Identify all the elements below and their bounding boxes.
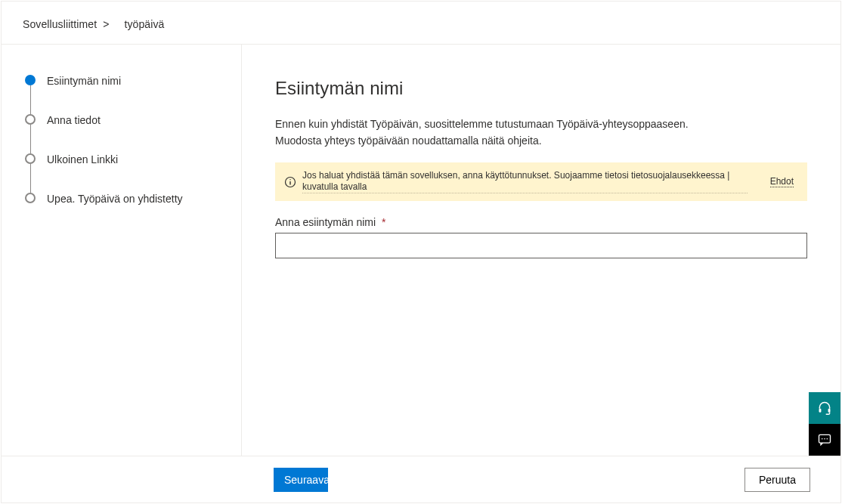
- next-button[interactable]: Seuraava: [274, 468, 328, 492]
- breadcrumb-current: työpäivä: [124, 18, 164, 30]
- step-circle-icon: [25, 193, 36, 203]
- step-circle-icon: [25, 75, 36, 85]
- svg-point-8: [827, 438, 828, 440]
- description-line-2: Muodosta yhteys työpäivään noudattamalla…: [275, 132, 807, 149]
- step-label: Upea. Työpäivä on yhdistetty: [47, 193, 183, 205]
- breadcrumb-separator: >: [103, 18, 109, 30]
- step-connector: [30, 164, 31, 193]
- svg-point-6: [822, 438, 823, 440]
- svg-point-7: [824, 438, 825, 440]
- info-icon: [284, 176, 296, 188]
- instance-name-input[interactable]: [275, 233, 807, 258]
- notice-text: Jos haluat yhdistää tämän sovelluksen, a…: [302, 170, 748, 193]
- step-label: Anna tiedot: [47, 114, 101, 126]
- step-external-link[interactable]: Ulkoinen Linkki: [24, 153, 224, 193]
- required-asterisk: *: [382, 216, 385, 228]
- wizard-steps-sidebar: Esiintymän nimi Anna tiedot Ulkoinen Lin…: [2, 45, 242, 502]
- step-enter-details[interactable]: Anna tiedot: [24, 114, 224, 153]
- svg-point-2: [289, 179, 290, 180]
- description-line-1: Ennen kuin yhdistät Työpäivän, suosittel…: [275, 116, 807, 132]
- svg-rect-3: [819, 409, 822, 413]
- headset-icon: [817, 400, 832, 416]
- step-label: Ulkoinen Linkki: [47, 153, 118, 165]
- side-widgets: [809, 392, 840, 456]
- page-title: Esiintymän nimi: [275, 78, 807, 99]
- page-description: Ennen kuin yhdistät Työpäivän, suosittel…: [275, 116, 807, 149]
- breadcrumb-root[interactable]: Sovellusliittimet: [23, 18, 97, 30]
- step-circle-icon: [25, 114, 36, 125]
- feedback-widget-button[interactable]: [809, 424, 840, 456]
- main-panel: Esiintymän nimi Ennen kuin yhdistät Työp…: [242, 45, 840, 502]
- instance-name-label: Anna esiintymän nimi*: [275, 216, 807, 228]
- cancel-button[interactable]: Peruuta: [744, 468, 810, 492]
- step-connected[interactable]: Upea. Työpäivä on yhdistetty: [24, 193, 224, 205]
- info-notice: Jos haluat yhdistää tämän sovelluksen, a…: [275, 162, 807, 201]
- step-circle-icon: [25, 153, 36, 164]
- support-widget-button[interactable]: [809, 392, 840, 424]
- step-connector: [30, 85, 31, 114]
- footer-bar: Seuraava Peruuta: [2, 456, 840, 502]
- chat-icon: [817, 432, 832, 447]
- breadcrumb: Sovellusliittimet > työpäivä: [2, 2, 840, 45]
- svg-rect-4: [828, 409, 831, 413]
- step-label: Esiintymän nimi: [47, 75, 121, 87]
- step-connector: [30, 125, 31, 153]
- terms-link[interactable]: Ehdot: [770, 176, 794, 187]
- step-instance-name[interactable]: Esiintymän nimi: [24, 75, 224, 114]
